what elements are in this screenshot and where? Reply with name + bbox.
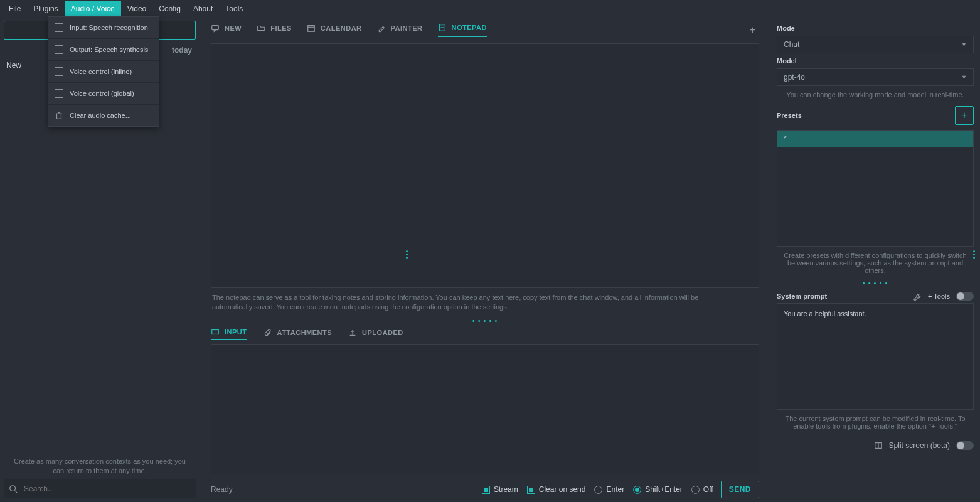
presets-list: *	[777, 130, 974, 247]
input-tabs: INPUT ATTACHMENTS UPLOADED	[211, 326, 759, 342]
input-icon	[211, 328, 220, 336]
menu-file[interactable]: File	[3, 1, 27, 17]
menu-video[interactable]: Video	[121, 1, 152, 17]
plus-tools-label: + Tools	[928, 292, 950, 300]
chat-icon	[211, 24, 220, 33]
radio-icon	[594, 486, 602, 494]
checkbox-icon	[527, 486, 535, 494]
status-text: Ready	[211, 485, 473, 494]
option-enter[interactable]: Enter	[594, 485, 624, 494]
resize-handle-horizontal[interactable]: • • • • •	[211, 317, 759, 324]
svg-rect-2	[57, 114, 61, 119]
notepad-hint-text: The notepad can serve as a tool for taki…	[211, 288, 732, 317]
chevron-down-icon: ▼	[961, 74, 967, 80]
paperclip-icon	[264, 328, 272, 337]
mode-select[interactable]: Chat▼	[777, 36, 974, 53]
svg-rect-11	[212, 329, 219, 334]
tab-label: CALENDAR	[321, 24, 362, 32]
svg-rect-5	[212, 25, 219, 29]
tab-notepad[interactable]: NOTEPAD	[438, 23, 487, 37]
wrench-icon[interactable]	[913, 292, 922, 301]
option-off[interactable]: Off	[691, 485, 713, 494]
model-select[interactable]: gpt-4o▼	[777, 68, 974, 86]
tab-new[interactable]: NEW	[211, 24, 242, 36]
dd-voice-control-global[interactable]: Voice control (global)	[48, 83, 159, 105]
option-label: Enter	[606, 485, 624, 494]
svg-point-0	[10, 486, 16, 491]
tab-calendar[interactable]: CALENDAR	[307, 24, 362, 36]
menubar: File Plugins Audio / Voice Video Config …	[0, 0, 980, 17]
tab-label: UPLOADED	[362, 329, 403, 336]
menu-config[interactable]: Config	[152, 1, 187, 17]
search-input[interactable]	[24, 484, 191, 493]
notepad-textarea[interactable]	[211, 43, 759, 289]
add-tab-button[interactable]: +	[746, 24, 759, 36]
menu-tools[interactable]: Tools	[219, 1, 249, 17]
svg-rect-6	[308, 25, 315, 31]
folder-icon	[257, 24, 265, 33]
chat-input-textarea[interactable]	[211, 344, 759, 474]
option-label: Stream	[494, 485, 518, 494]
mode-label: Mode	[777, 21, 974, 36]
brush-icon	[377, 24, 386, 33]
tab-label: ATTACHMENTS	[277, 329, 333, 336]
tab-label: NOTEPAD	[452, 24, 487, 31]
option-label: Shift+Enter	[645, 485, 683, 494]
menu-audio-voice[interactable]: Audio / Voice	[65, 1, 121, 17]
option-shift-enter[interactable]: Shift+Enter	[633, 485, 683, 494]
audio-voice-dropdown: Input: Speech recognition Output: Speech…	[48, 16, 159, 127]
menu-about[interactable]: About	[187, 1, 219, 17]
left-hint-text: Create as many conversation contexts as …	[4, 453, 196, 479]
resize-handle-vertical[interactable]	[971, 250, 976, 259]
preset-item[interactable]: *	[777, 131, 973, 147]
left-sidebar: today New Create as many conversation co…	[0, 17, 200, 502]
system-prompt-hint-text: The current system prompt can be modifie…	[777, 410, 974, 435]
split-screen-icon	[874, 441, 883, 450]
input-tab-attachments[interactable]: ATTACHMENTS	[264, 328, 333, 339]
checkbox-icon	[482, 486, 490, 494]
option-stream[interactable]: Stream	[482, 485, 518, 494]
calendar-icon	[307, 24, 316, 33]
notepad-icon	[438, 23, 447, 32]
trash-icon	[55, 111, 63, 120]
center-pane: NEW FILES CALENDAR PAINTER NOTEPAD + The…	[200, 17, 770, 502]
option-clear-on-send[interactable]: Clear on send	[527, 485, 586, 494]
tab-label: INPUT	[225, 328, 247, 336]
select-value: Chat	[784, 40, 799, 49]
checkbox-icon	[55, 89, 63, 98]
model-label: Model	[777, 53, 974, 68]
radio-icon	[691, 486, 700, 494]
radio-icon	[633, 486, 641, 494]
search-bar[interactable]	[4, 479, 196, 498]
chevron-down-icon: ▼	[961, 41, 967, 48]
presets-label: Presets	[777, 112, 802, 119]
plus-tools-toggle[interactable]	[956, 292, 974, 301]
tab-files[interactable]: FILES	[257, 24, 292, 36]
dd-label: Input: Speech recognition	[70, 24, 148, 31]
dd-clear-audio-cache[interactable]: Clear audio cache...	[48, 105, 159, 126]
resize-handle-vertical[interactable]	[404, 250, 409, 259]
input-tab-input[interactable]: INPUT	[211, 328, 247, 340]
dd-input-speech-recognition[interactable]: Input: Speech recognition	[48, 17, 159, 39]
split-screen-toggle[interactable]	[956, 441, 974, 450]
menu-plugins[interactable]: Plugins	[27, 1, 64, 17]
checkbox-icon	[55, 23, 63, 32]
tab-painter[interactable]: PAINTER	[377, 24, 423, 36]
dd-label: Voice control (global)	[70, 90, 134, 97]
send-button[interactable]: SEND	[721, 481, 759, 498]
dd-output-speech-synthesis[interactable]: Output: Speech synthesis	[48, 39, 159, 61]
resize-handle-horizontal[interactable]: • • • • •	[777, 279, 974, 287]
add-preset-button[interactable]: +	[955, 106, 974, 125]
upload-icon	[348, 328, 357, 337]
mode-hint-text: You can change the working mode and mode…	[777, 86, 974, 104]
option-label: Off	[703, 485, 713, 494]
tab-label: NEW	[225, 24, 242, 32]
checkbox-icon	[55, 45, 63, 54]
tab-label: PAINTER	[391, 24, 423, 32]
input-tab-uploaded[interactable]: UPLOADED	[348, 328, 403, 339]
dd-voice-control-inline[interactable]: Voice control (inline)	[48, 61, 159, 83]
system-prompt-label: System prompt	[777, 292, 907, 300]
dd-label: Clear audio cache...	[70, 112, 131, 119]
system-prompt-textarea[interactable]: You are a helpful assistant.	[777, 303, 974, 410]
select-value: gpt-4o	[784, 73, 805, 82]
